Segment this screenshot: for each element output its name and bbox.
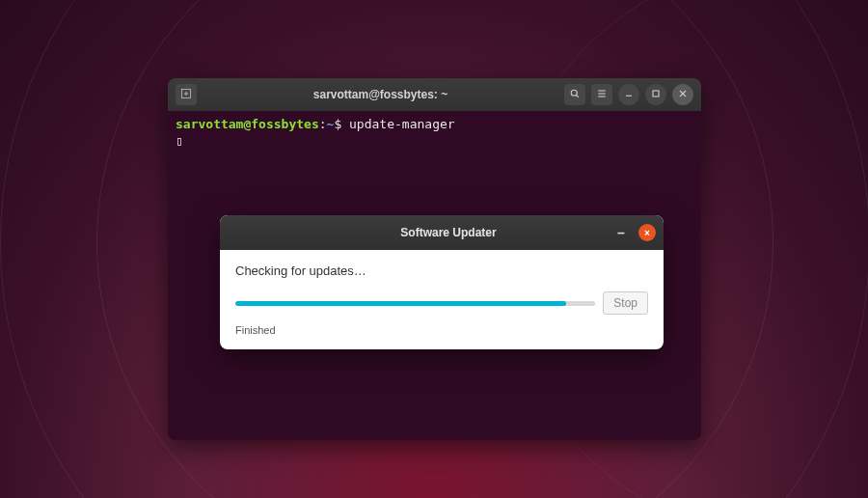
- software-updater-dialog: Software Updater – × Checking for update…: [220, 215, 664, 349]
- prompt-symbol: $: [334, 117, 341, 131]
- svg-point-3: [571, 90, 577, 96]
- close-icon: ×: [644, 228, 650, 238]
- svg-rect-9: [653, 91, 659, 97]
- dialog-titlebar[interactable]: Software Updater – ×: [220, 215, 664, 250]
- close-icon: [677, 88, 689, 101]
- maximize-button[interactable]: [645, 84, 666, 105]
- terminal-line: sarvottam@fossbytes:~$ update-manager: [176, 117, 693, 133]
- dialog-close-button[interactable]: ×: [638, 224, 656, 241]
- menu-button[interactable]: [591, 84, 612, 105]
- dialog-title: Software Updater: [285, 226, 611, 239]
- maximize-icon: [650, 88, 662, 101]
- stop-button[interactable]: Stop: [603, 291, 648, 315]
- progress-fill: [235, 301, 566, 306]
- dialog-minimize-button[interactable]: –: [611, 223, 631, 242]
- search-button[interactable]: [564, 84, 585, 105]
- status-label: Finished: [235, 324, 648, 336]
- dialog-body: Checking for updates… Stop Finished: [220, 250, 664, 349]
- progress-bar: [235, 301, 595, 306]
- terminal-title: sarvottam@fossbytes: ~: [203, 88, 558, 101]
- terminal-cursor: ▯: [176, 133, 693, 150]
- close-button[interactable]: [672, 84, 693, 105]
- minimize-button[interactable]: [618, 84, 639, 105]
- plus-icon: [180, 88, 192, 101]
- search-icon: [569, 88, 581, 101]
- hamburger-icon: [596, 88, 608, 101]
- new-tab-button[interactable]: [176, 84, 197, 105]
- prompt-colon: :: [319, 117, 327, 131]
- checking-label: Checking for updates…: [235, 263, 648, 278]
- terminal-command: update-manager: [349, 117, 455, 131]
- svg-line-4: [577, 96, 579, 97]
- minimize-icon: [623, 88, 635, 101]
- terminal-titlebar[interactable]: sarvottam@fossbytes: ~: [168, 78, 701, 111]
- progress-row: Stop: [235, 291, 648, 315]
- prompt-user: sarvottam: [176, 117, 243, 131]
- minimize-icon: –: [617, 225, 625, 240]
- prompt-host: fossbytes: [251, 117, 318, 131]
